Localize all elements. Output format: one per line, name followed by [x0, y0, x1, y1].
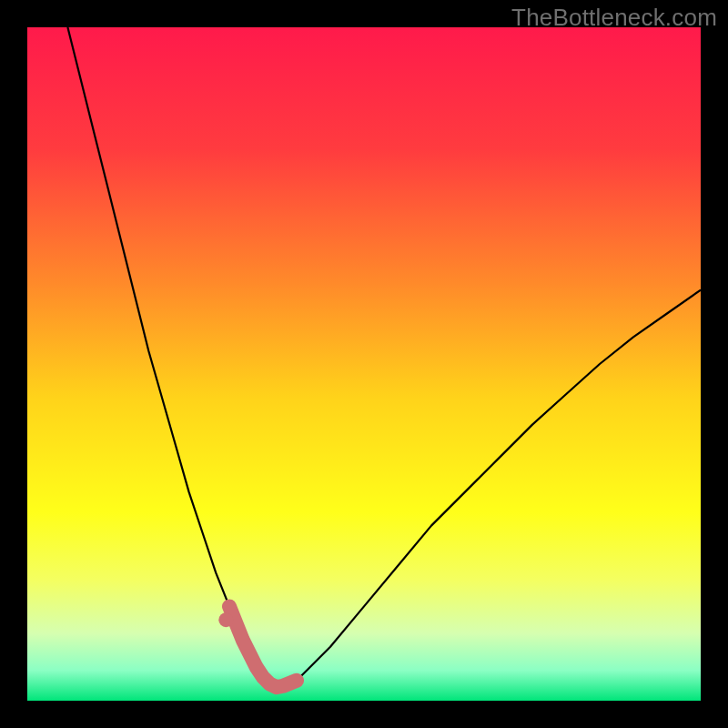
chart-svg — [27, 27, 701, 701]
chart-frame: TheBottleneck.com — [0, 0, 728, 728]
optimal-leading-dot — [218, 612, 233, 627]
plot-area — [27, 27, 701, 701]
